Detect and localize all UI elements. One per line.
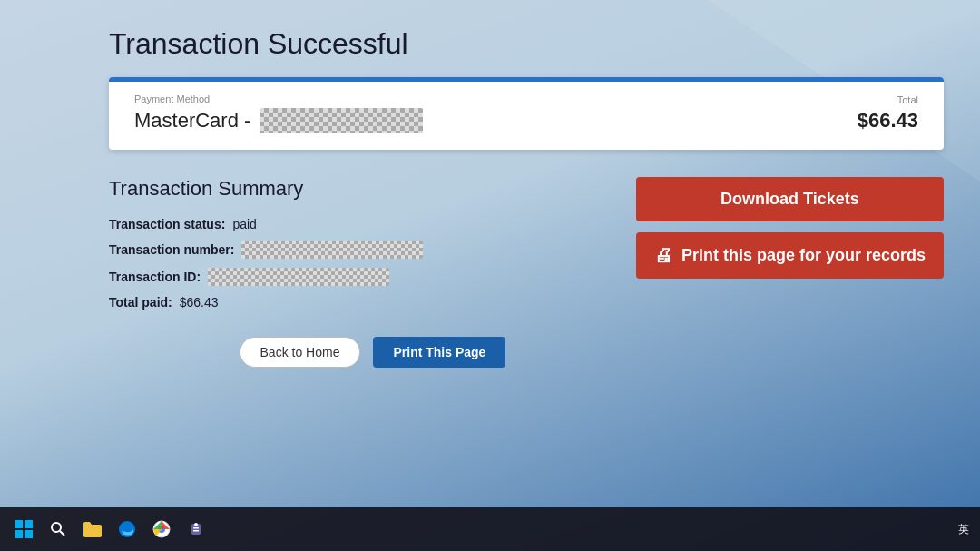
total-paid-row: Total paid: $66.43 (109, 295, 636, 310)
taskbar-right: 英 (958, 522, 969, 537)
print-records-button[interactable]: 🖨 Print this page for your records (636, 232, 944, 279)
page-wrapper: Transaction Successful Payment Method Ma… (0, 0, 980, 551)
payment-method-value: MasterCard - (134, 108, 423, 133)
back-to-home-button[interactable]: Back to Home (240, 337, 361, 368)
chrome-browser-button[interactable] (149, 517, 174, 542)
svg-rect-2 (15, 530, 23, 538)
windows-start-button[interactable] (11, 517, 36, 542)
taskbar-lang: 英 (958, 522, 969, 537)
folder-icon (83, 521, 103, 537)
svg-rect-0 (15, 520, 23, 528)
print-records-label: Print this page for your records (681, 246, 926, 265)
payment-method-block: Payment Method MasterCard - (134, 93, 423, 133)
svg-rect-11 (193, 527, 199, 529)
chrome-icon (152, 520, 171, 538)
edge-browser-button[interactable] (114, 517, 140, 542)
summary-section: Transaction Summary Transaction status: … (109, 177, 944, 368)
page-title: Transaction Successful (109, 27, 944, 61)
printer-icon: 🖨 (654, 245, 672, 266)
file-explorer-button[interactable] (80, 517, 105, 542)
transaction-id-label: Transaction ID: (109, 270, 201, 284)
total-block: Total $66.43 (858, 94, 918, 133)
svg-rect-3 (24, 530, 33, 538)
redacted-card-number (260, 108, 423, 133)
main-content: Transaction Successful Payment Method Ma… (109, 18, 944, 497)
total-label: Total (897, 94, 918, 105)
payment-method-label: Payment Method (134, 93, 423, 104)
total-value: $66.43 (858, 109, 918, 133)
summary-title: Transaction Summary (109, 177, 636, 201)
svg-line-5 (60, 531, 64, 536)
teams-icon (186, 520, 206, 538)
edge-icon (118, 520, 136, 538)
svg-rect-12 (193, 530, 199, 532)
print-this-page-button[interactable]: Print This Page (373, 337, 505, 368)
total-paid-value: $66.43 (180, 295, 219, 310)
status-row: Transaction status: paid (109, 217, 636, 231)
svg-point-10 (194, 523, 198, 526)
transaction-number-row: Transaction number: (109, 241, 636, 259)
status-label: Transaction status: (109, 217, 225, 231)
summary-left: Transaction Summary Transaction status: … (109, 177, 636, 368)
svg-point-4 (52, 523, 61, 532)
total-paid-label: Total paid: (109, 295, 172, 310)
summary-right: Download Tickets 🖨 Print this page for y… (636, 177, 944, 279)
redacted-transaction-number (241, 241, 423, 259)
taskbar: 英 (0, 507, 980, 551)
bottom-buttons: Back to Home Print This Page (109, 337, 636, 368)
payment-card: Payment Method MasterCard - Total $66.43 (109, 77, 944, 150)
download-tickets-button[interactable]: Download Tickets (636, 177, 944, 221)
redacted-transaction-id (208, 268, 389, 286)
windows-logo-icon (15, 520, 33, 538)
transaction-id-row: Transaction ID: (109, 268, 636, 286)
transaction-number-label: Transaction number: (109, 242, 234, 257)
svg-rect-1 (24, 520, 33, 528)
search-taskbar-icon (50, 521, 66, 537)
teams-button[interactable] (183, 517, 209, 542)
status-value: paid (232, 217, 256, 231)
search-taskbar-button[interactable] (45, 517, 71, 542)
